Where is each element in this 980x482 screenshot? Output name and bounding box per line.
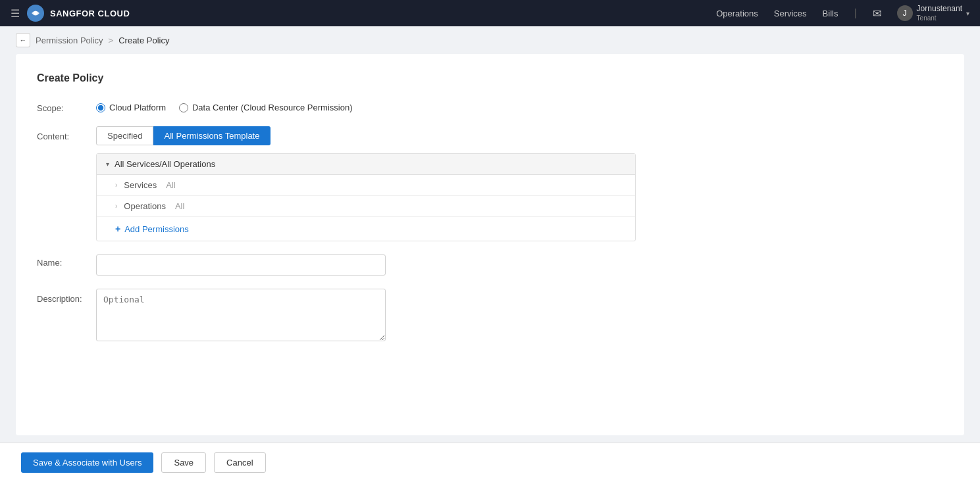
content-row: Content: Specified All Permissions Templ… [37,126,943,241]
brand-logo-icon [26,4,45,22]
description-control [96,289,943,343]
top-navigation: ☰ SANGFOR CLOUD Operations Services Bill… [0,0,980,26]
scope-data-center-label: Data Center (Cloud Resource Permission) [192,103,352,112]
add-permissions-label: Add Permissions [124,224,189,234]
scope-cloud-platform-radio[interactable] [96,103,105,112]
mail-icon[interactable]: ✉ [873,7,881,20]
user-info: Jornustenant Tenant [917,4,962,23]
breadcrumb: ← Permission Policy > Create Policy [0,26,980,54]
name-control [96,254,943,276]
scope-label: Scope: [37,100,96,113]
user-avatar: J [897,5,913,21]
description-row: Description: [37,289,943,343]
scope-cloud-platform[interactable]: Cloud Platform [96,103,166,112]
brand: SANGFOR CLOUD [26,4,130,22]
breadcrumb-parent[interactable]: Permission Policy [36,36,103,45]
scope-data-center[interactable]: Data Center (Cloud Resource Permission) [179,103,352,112]
services-label: Services [124,180,157,190]
operations-permission-row: › Operations All [97,196,635,217]
name-row: Name: [37,254,943,276]
user-menu[interactable]: J Jornustenant Tenant ▾ [897,4,969,23]
content-tabs: Specified All Permissions Template [96,126,943,145]
brand-name: SANGFOR CLOUD [50,9,130,18]
content-label: Content: [37,126,96,141]
nav-link-services[interactable]: Services [774,9,807,18]
scope-row: Scope: Cloud Platform Data Center (Cloud… [37,100,943,113]
nav-right: Operations Services Bills | ✉ J Jornuste… [716,4,969,23]
user-name: Jornustenant [917,4,962,14]
add-permissions-icon: + [115,224,120,234]
tab-specified[interactable]: Specified [96,126,153,145]
add-permissions-button[interactable]: + Add Permissions [97,217,635,241]
nav-divider: | [854,7,856,19]
operations-expand-icon[interactable]: › [115,203,117,210]
svg-point-1 [34,11,38,15]
services-value: All [166,180,175,190]
permission-header: ▾ All Services/All Operations [97,154,635,175]
scope-cloud-platform-label: Cloud Platform [109,103,166,112]
nav-link-operations[interactable]: Operations [716,9,758,18]
user-role: Tenant [917,14,962,22]
tab-all-permissions-template[interactable]: All Permissions Template [153,126,271,145]
scope-data-center-radio[interactable] [179,103,188,112]
collapse-icon[interactable]: ▾ [106,160,109,168]
breadcrumb-separator: > [109,36,114,45]
footer-bar: Save & Associate with Users Save Cancel [0,443,980,451]
scope-options: Cloud Platform Data Center (Cloud Resour… [96,100,943,112]
main-content: Create Policy Scope: Cloud Platform Data… [16,54,964,435]
user-menu-chevron-icon: ▾ [966,10,969,17]
services-permission-row: › Services All [97,175,635,196]
name-input[interactable] [96,254,386,276]
content-control: Specified All Permissions Template ▾ All… [96,126,943,241]
nav-left: ☰ SANGFOR CLOUD [11,4,130,22]
nav-link-bills[interactable]: Bills [823,9,838,18]
breadcrumb-back-button[interactable]: ← [16,33,30,47]
name-label: Name: [37,254,96,268]
breadcrumb-current: Create Policy [118,36,169,45]
page-title: Create Policy [37,72,943,84]
description-label: Description: [37,289,96,304]
permission-header-text: All Services/All Operations [115,159,215,169]
description-input[interactable] [96,289,386,341]
hamburger-icon[interactable]: ☰ [11,7,20,20]
services-expand-icon[interactable]: › [115,181,117,189]
permission-table: ▾ All Services/All Operations › Services… [96,153,636,241]
operations-value: All [175,201,184,211]
operations-label: Operations [124,201,166,211]
